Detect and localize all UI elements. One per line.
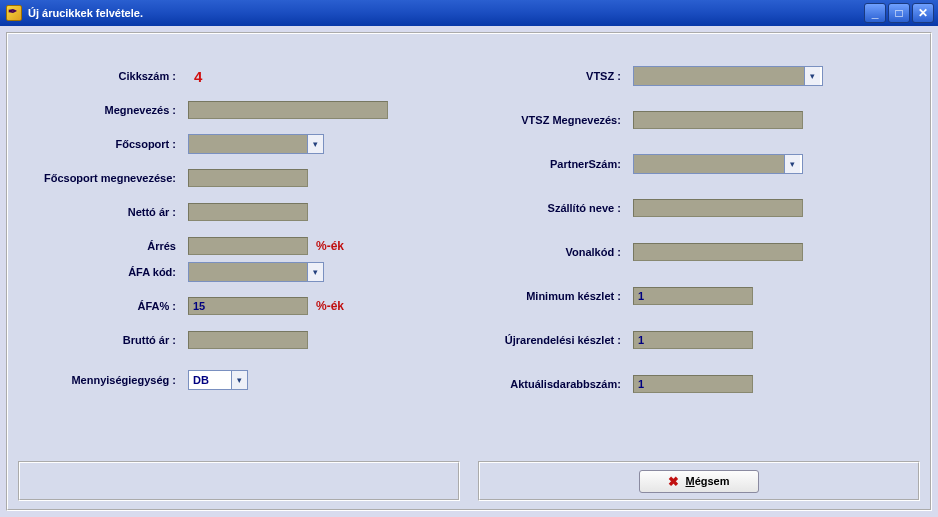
partner-label: PartnerSzám: — [453, 158, 633, 170]
szallito-label: Szállító neve : — [453, 202, 633, 214]
afakod-select[interactable]: ▾ — [188, 262, 324, 282]
brutto-label: Bruttó ár : — [18, 334, 188, 346]
afakod-label: ÁFA kód: — [18, 266, 188, 278]
cancel-button[interactable]: ✖ Mégsem — [639, 470, 758, 493]
szallito-input[interactable] — [633, 199, 803, 217]
vonalkod-label: Vonalkód : — [453, 246, 633, 258]
afapct-label: ÁFA% : — [18, 300, 188, 312]
app-icon — [6, 5, 22, 21]
focsoport-input[interactable] — [189, 135, 307, 153]
cikkszam-value: 4 — [194, 68, 202, 85]
maximize-button[interactable]: □ — [888, 3, 910, 23]
nettoar-label: Nettó ár : — [18, 206, 188, 218]
focsoport-megn-input[interactable] — [188, 169, 308, 187]
vtsz-megn-label: VTSZ Megnevezés: — [453, 114, 633, 126]
partner-select[interactable]: ▾ — [633, 154, 803, 174]
partner-input[interactable] — [634, 155, 784, 173]
vtsz-input[interactable] — [634, 67, 804, 85]
brutto-input[interactable] — [188, 331, 308, 349]
focsoport-select[interactable]: ▾ — [188, 134, 324, 154]
bottom-right-panel: ✖ Mégsem — [478, 461, 920, 501]
ujrarend-input[interactable] — [633, 331, 753, 349]
cikkszam-label: Cikkszám : — [18, 70, 188, 82]
menny-input[interactable] — [189, 371, 231, 389]
arres-input[interactable] — [188, 237, 308, 255]
form-panel: Cikkszám : 4 Megnevezés : Főcsoport : ▾ … — [6, 32, 932, 511]
vtsz-megn-input[interactable] — [633, 111, 803, 129]
aktualis-input[interactable] — [633, 375, 753, 393]
close-icon: ✖ — [668, 474, 679, 489]
afapct-suffix: %-ék — [316, 299, 344, 313]
close-button[interactable]: ✕ — [912, 3, 934, 23]
minkeszlet-label: Minimum készlet : — [453, 290, 633, 302]
bottom-left-panel — [18, 461, 460, 501]
afakod-input[interactable] — [189, 263, 307, 281]
aktualis-label: Aktuálisdarabbszám: — [453, 378, 633, 390]
menny-select[interactable]: ▾ — [188, 370, 248, 390]
window-title: Új árucikkek felvétele. — [28, 7, 864, 19]
focsoport-megn-label: Főcsoport megnevezése: — [18, 172, 188, 184]
cancel-label: Mégsem — [685, 475, 729, 487]
nettoar-input[interactable] — [188, 203, 308, 221]
megnevezes-label: Megnevezés : — [18, 104, 188, 116]
menny-label: Mennyiségiegység : — [18, 374, 188, 386]
focsoport-label: Főcsoport : — [18, 138, 188, 150]
titlebar: Új árucikkek felvétele. _ □ ✕ — [0, 0, 938, 26]
megnevezes-input[interactable] — [188, 101, 388, 119]
chevron-down-icon[interactable]: ▾ — [784, 155, 800, 173]
minkeszlet-input[interactable] — [633, 287, 753, 305]
vtsz-select[interactable]: ▾ — [633, 66, 823, 86]
arres-suffix: %-ék — [316, 239, 344, 253]
ujrarend-label: Újrarendelési készlet : — [453, 334, 633, 346]
chevron-down-icon[interactable]: ▾ — [804, 67, 820, 85]
vtsz-label: VTSZ : — [453, 70, 633, 82]
vonalkod-input[interactable] — [633, 243, 803, 261]
chevron-down-icon[interactable]: ▾ — [307, 263, 323, 281]
arres-label: Árrés — [18, 240, 188, 252]
afapct-input[interactable] — [188, 297, 308, 315]
chevron-down-icon[interactable]: ▾ — [307, 135, 323, 153]
minimize-button[interactable]: _ — [864, 3, 886, 23]
chevron-down-icon[interactable]: ▾ — [231, 371, 247, 389]
